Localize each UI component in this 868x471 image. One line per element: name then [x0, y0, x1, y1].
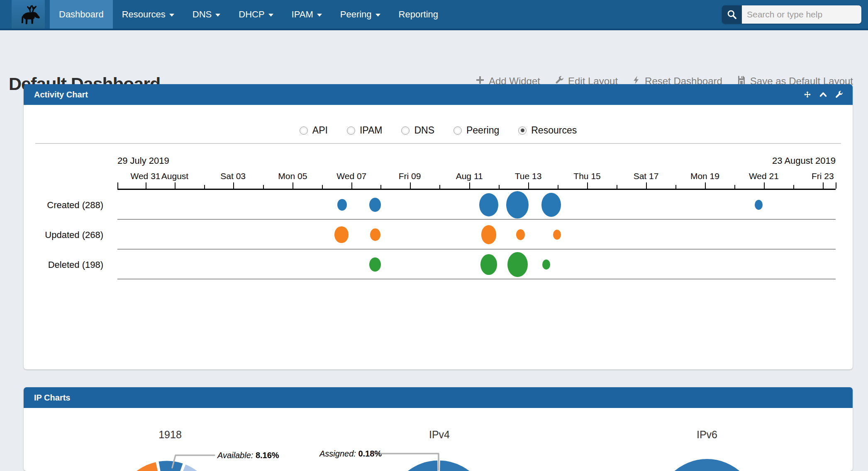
- axis-tick-mark: [823, 182, 824, 189]
- axis-tick-mark: [146, 182, 146, 189]
- axis-tick-mark: [380, 185, 381, 189]
- ip-charts-widget: IP Charts 1918 IPv4 IPv6 Available: 8.16…: [24, 387, 853, 471]
- callout-value: 8.16%: [256, 451, 279, 460]
- nav-item-reporting[interactable]: Reporting: [390, 0, 447, 29]
- axis-tick-mark: [734, 185, 735, 189]
- search-input[interactable]: [742, 5, 861, 24]
- nav-item-resources[interactable]: Resources: [113, 0, 183, 29]
- nav-item-label: Peering: [340, 9, 372, 20]
- pie-title-ipv6: IPv6: [653, 429, 761, 441]
- nav-item-label: Resources: [122, 9, 166, 20]
- chevron-down-icon: [375, 14, 380, 17]
- filter-radio-dns[interactable]: DNS: [401, 125, 434, 136]
- nav-item-dashboard[interactable]: Dashboard: [50, 0, 113, 29]
- activity-chart-area: APIIPAMDNSPeeringResources 29 July 2019 …: [24, 105, 853, 369]
- move-widget-icon[interactable]: [803, 90, 812, 99]
- activity-bubble: [337, 199, 347, 211]
- chevron-down-icon: [169, 14, 174, 17]
- moose-logo-icon: [15, 2, 41, 27]
- activity-bubble: [481, 225, 497, 244]
- radio-label: Resources: [531, 125, 577, 136]
- nav-item-label: DNS: [193, 9, 212, 20]
- axis-tick-mark: [204, 185, 205, 189]
- activity-bubble: [553, 230, 561, 240]
- axis-tick-label: Mon 05: [278, 171, 307, 181]
- pie-slice-free: [388, 460, 489, 471]
- radio-icon: [401, 126, 410, 135]
- axis-tick-mark: [587, 182, 588, 189]
- radio-icon: [454, 126, 462, 135]
- nav-item-label: Dashboard: [59, 9, 104, 20]
- global-search: [722, 5, 861, 24]
- nav-item-label: DHCP: [239, 9, 264, 20]
- axis-tick-mark: [439, 185, 440, 189]
- activity-row-updated: [117, 220, 836, 250]
- filter-radio-ipam[interactable]: IPAM: [347, 125, 383, 136]
- app-logo[interactable]: [12, 0, 45, 29]
- axis-tick-mark: [705, 182, 706, 189]
- page-header: Default Dashboard Add WidgetEdit LayoutR…: [0, 30, 868, 84]
- axis-tick-mark: [351, 182, 352, 189]
- callout-label: Available:: [217, 451, 253, 460]
- axis-tick-mark: [617, 185, 617, 189]
- filter-radio-api[interactable]: API: [300, 125, 328, 136]
- callout-value: 0.18%: [358, 449, 382, 458]
- axis-tick-label: Sat 03: [220, 171, 246, 181]
- axis-tick-label: August: [161, 171, 188, 181]
- chevron-down-icon: [268, 14, 273, 17]
- axis-tick-mark: [558, 185, 558, 189]
- pie-chart-1918: [114, 458, 220, 471]
- axis-tick-mark: [528, 182, 529, 189]
- date-range-labels: 29 July 2019 23 August 2019: [117, 155, 836, 166]
- search-button[interactable]: [722, 5, 742, 24]
- pie-title-ipv4: IPv4: [385, 429, 493, 441]
- nav-item-dns[interactable]: DNS: [183, 0, 229, 29]
- nav-item-label: IPAM: [292, 9, 313, 20]
- nav-menu: DashboardResourcesDNSDHCPIPAMPeeringRepo…: [50, 0, 447, 29]
- activity-chart-widget: Activity Chart APIIPAMDNSPeeringResource…: [24, 84, 853, 369]
- activity-row-created: [117, 190, 836, 220]
- axis-tick-mark: [263, 185, 264, 189]
- chevron-down-icon: [215, 14, 220, 17]
- axis-tick-label: Aug 11: [456, 171, 483, 181]
- pie-ipv4-assigned-callout: Assigned: 0.18%: [319, 449, 382, 459]
- axis-tick-label: Tue 13: [515, 171, 542, 181]
- pie-chart-ipv4: [385, 457, 492, 471]
- radio-label: DNS: [414, 125, 434, 136]
- widget-settings-wrench-icon[interactable]: [834, 90, 844, 99]
- radio-label: Peering: [466, 125, 499, 136]
- axis-tick-mark: [117, 182, 118, 189]
- radio-icon: [300, 126, 308, 135]
- collapse-widget-icon[interactable]: [819, 90, 828, 99]
- axis-tick-mark: [499, 185, 500, 189]
- axis-tick-mark: [764, 182, 765, 189]
- axis-tick-mark: [322, 185, 323, 189]
- callout-label: Assigned:: [319, 449, 356, 458]
- activity-bubble: [506, 191, 529, 219]
- axis-tick-mark: [675, 185, 676, 189]
- filter-radio-peering[interactable]: Peering: [454, 125, 499, 136]
- range-start-label: 29 July 2019: [117, 155, 169, 166]
- ip-charts-area: 1918 IPv4 IPv6 Available: 8.16% Assigned…: [24, 408, 853, 471]
- axis-tick-label: Wed 31: [131, 171, 161, 181]
- axis-tick-mark: [233, 182, 234, 189]
- axis-tick-label: Wed 21: [749, 171, 779, 181]
- axis-tick-mark: [793, 185, 794, 189]
- axis-tick-label: Mon 19: [690, 171, 719, 181]
- activity-widget-controls: [803, 84, 844, 105]
- ip-widget-title: IP Charts: [34, 393, 70, 403]
- axis-tick-mark: [293, 182, 293, 189]
- activity-bubble: [334, 226, 348, 243]
- nav-item-ipam[interactable]: IPAM: [283, 0, 331, 29]
- activity-widget-title: Activity Chart: [34, 90, 88, 100]
- nav-item-peering[interactable]: Peering: [331, 0, 390, 29]
- row-label: Created (288): [24, 200, 103, 211]
- axis-tick-mark: [836, 182, 836, 189]
- activity-row-deleted: [117, 250, 836, 279]
- nav-item-dhcp[interactable]: DHCP: [229, 0, 282, 29]
- radio-label: API: [312, 125, 328, 136]
- filter-radio-resources[interactable]: Resources: [518, 125, 577, 136]
- axis-tick-mark: [410, 182, 411, 189]
- axis-tick-mark: [646, 182, 647, 189]
- axis-tick-label: Sat 17: [634, 171, 659, 181]
